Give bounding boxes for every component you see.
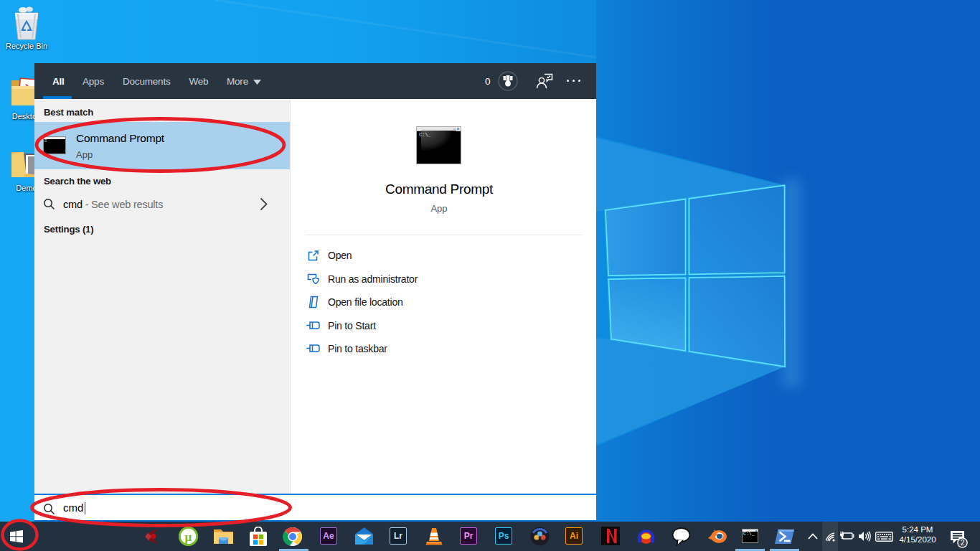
svg-text:2: 2 (961, 539, 965, 547)
svg-text:µ: µ (185, 530, 192, 544)
